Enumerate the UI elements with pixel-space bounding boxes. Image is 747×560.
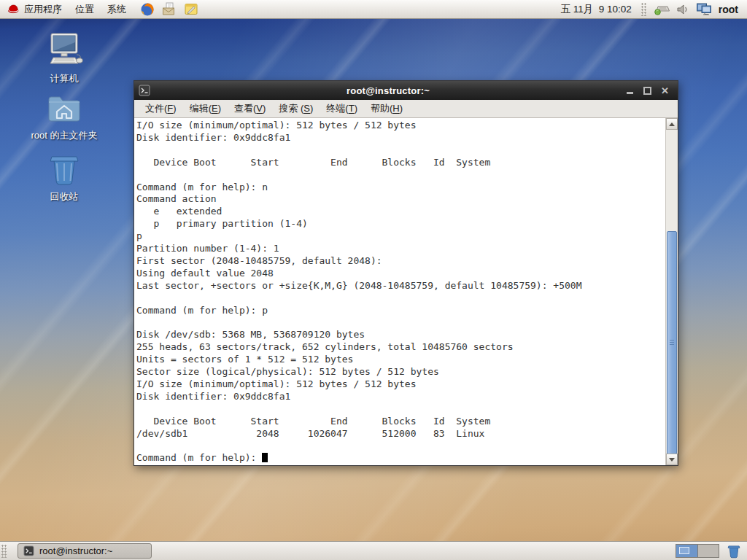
volume-applet[interactable]: [676, 3, 689, 16]
notes-launcher[interactable]: [182, 1, 200, 18]
display-icon: [696, 2, 712, 16]
panel-launchers: [139, 1, 200, 18]
taskbar-window-label: root@instructor:~: [39, 545, 112, 556]
minimize-button[interactable]: [626, 87, 634, 95]
trash-applet-icon: [727, 544, 741, 559]
redhat-icon: [7, 3, 20, 16]
terminal-scrollbar[interactable]: [665, 118, 678, 465]
terminal-menu-view[interactable]: 查看(V): [228, 101, 272, 117]
terminal-menu-terminal[interactable]: 终端(T): [320, 101, 364, 117]
user-switcher[interactable]: root: [719, 4, 741, 15]
bottom-taskbar: root@instructor:~: [0, 541, 747, 560]
terminal-content-area[interactable]: I/O size (minimum/optimal): 512 bytes / …: [134, 118, 678, 465]
notepad-icon: [184, 2, 198, 16]
clock-applet[interactable]: 五 11月 9 10:02: [557, 3, 634, 16]
terminal-menu-help[interactable]: 帮助(H): [364, 101, 409, 117]
trash-applet[interactable]: [727, 544, 741, 559]
workspace-1[interactable]: [676, 545, 697, 557]
taskbar-handle[interactable]: [1, 545, 7, 558]
computer-icon: [44, 32, 84, 69]
terminal-titlebar[interactable]: root@instructor:~ ✕: [134, 81, 678, 100]
terminal-task-icon: [23, 545, 34, 556]
firefox-icon: [140, 2, 155, 17]
firefox-launcher[interactable]: [139, 1, 156, 18]
maximize-button[interactable]: [643, 87, 651, 95]
applications-menu-label: 应用程序: [24, 3, 62, 16]
speaker-icon: [676, 3, 689, 16]
terminal-menu-edit[interactable]: 编辑(E): [183, 101, 228, 117]
home-folder-icon: [46, 92, 82, 125]
window-title: root@instructor:~: [155, 85, 622, 96]
terminal-window: root@instructor:~ ✕ 文件(F) 编辑(E) 查看(V) 搜索…: [133, 80, 678, 466]
close-button[interactable]: ✕: [661, 87, 669, 95]
desktop-icon-label: 回收站: [26, 191, 102, 202]
scrollbar-thumb[interactable]: [667, 231, 677, 454]
applet-handle[interactable]: [641, 3, 647, 16]
panel-right-area: 五 11月 9 10:02 root: [557, 0, 747, 18]
places-menu-label: 位置: [75, 3, 94, 16]
places-menu[interactable]: 位置: [69, 0, 101, 18]
scrollbar-down-arrow[interactable]: [666, 454, 678, 465]
keyboard-indicator[interactable]: [654, 3, 670, 16]
terminal-output: I/O size (minimum/optimal): 512 bytes / …: [134, 118, 665, 465]
arrow-down-icon: [669, 458, 675, 462]
desktop-icon-home-folder[interactable]: root 的主文件夹: [26, 92, 102, 141]
desktop-icon-label: root 的主文件夹: [26, 130, 102, 141]
terminal-menu-file[interactable]: 文件(F): [139, 101, 183, 117]
terminal-cursor: [262, 453, 268, 463]
arrow-up-icon: [669, 122, 675, 126]
desktop-icon-label: 计算机: [26, 73, 102, 84]
applications-menu[interactable]: 应用程序: [0, 0, 69, 18]
desktop-wallpaper: 计算机 root 的主文件夹 回收站 root@instru: [0, 0, 747, 560]
display-applet[interactable]: [696, 2, 712, 16]
taskbar-window-button[interactable]: root@instructor:~: [18, 543, 152, 559]
workspace-window-thumb: [679, 547, 689, 554]
system-menu-label: 系统: [107, 3, 126, 16]
workspace-2[interactable]: [697, 545, 719, 557]
trash-icon: [47, 152, 81, 187]
desktop-icon-trash[interactable]: 回收站: [26, 152, 102, 202]
mail-icon: [162, 2, 177, 16]
terminal-menu-search[interactable]: 搜索 (S): [272, 101, 320, 117]
terminal-window-icon: [139, 85, 150, 96]
scrollbar-up-arrow[interactable]: [666, 118, 678, 130]
desktop-icon-computer[interactable]: 计算机: [26, 32, 102, 84]
system-menu[interactable]: 系统: [101, 0, 133, 18]
keyboard-icon: [654, 3, 670, 16]
top-panel: 应用程序 位置 系统: [0, 0, 747, 19]
terminal-menubar: 文件(F) 编辑(E) 查看(V) 搜索 (S) 终端(T) 帮助(H): [134, 100, 678, 118]
mail-launcher[interactable]: [160, 1, 178, 18]
workspace-switcher: [676, 544, 719, 558]
